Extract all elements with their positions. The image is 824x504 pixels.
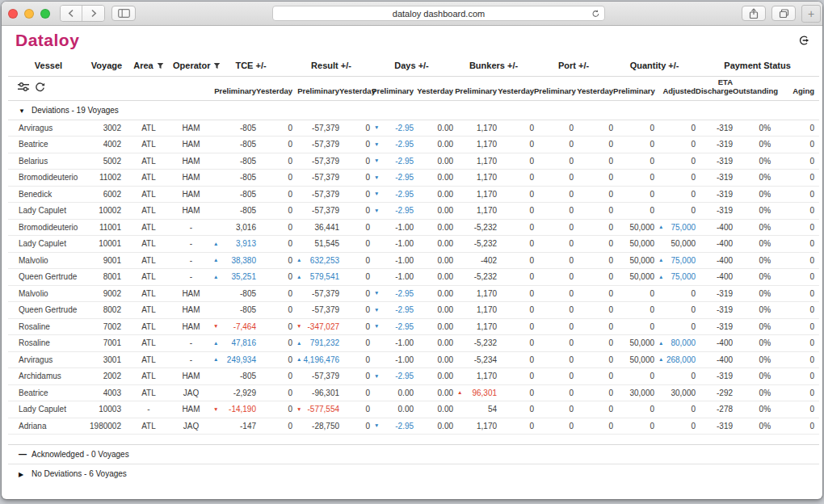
refresh-button[interactable] <box>35 82 45 94</box>
cell-eta-discharge: -319 <box>696 368 733 385</box>
column-group-days: Days +/- <box>370 55 453 76</box>
cell-days-preliminary: -1.00 <box>370 335 414 352</box>
section-header-cell[interactable]: ▼Deviations - 19 Voyages <box>8 100 819 120</box>
cell-days-yesterday: 0.00 <box>414 401 453 418</box>
arrow-down-icon: ▼ <box>374 324 379 330</box>
cell-vessel: Malvolio <box>8 285 89 302</box>
table-row[interactable]: Bromodideuterio11002ATLHAM-8050-57,3790▼… <box>8 170 819 187</box>
cell-aging: 0 <box>771 153 819 170</box>
cell-eta-discharge: -319 <box>696 136 733 153</box>
table-row[interactable]: Benedick6002ATLHAM-8050-57,3790▼-2.950.0… <box>8 186 819 203</box>
cell-quantity-preliminary: 0 <box>613 401 654 418</box>
section-header[interactable]: ▶No Deviations - 6 Voyages <box>8 464 819 484</box>
cell-port-yesterday: 0 <box>574 302 613 319</box>
column-group-payment-status: Payment Status <box>696 55 819 76</box>
table-row[interactable]: Arviragus3001ATL-▲249,9340▲4,196,4760-1.… <box>8 351 819 368</box>
cell-outstanding: 0% <box>733 170 771 187</box>
cell-value: 579,541 <box>310 272 339 281</box>
column-group-port: Port +/- <box>534 55 613 76</box>
cell-eta-discharge: -400 <box>696 219 733 236</box>
cell-aging: 0 <box>771 285 819 302</box>
table-row[interactable]: Queen Gertrude8001ATL-▲35,2510▲579,5410-… <box>8 269 819 286</box>
table-row[interactable]: Archidamus2002ATLHAM-8050-57,3790▼-2.950… <box>8 368 819 385</box>
section-header-cell[interactable]: ▶No Deviations - 6 Voyages <box>8 464 819 484</box>
sidebar-toggle-button[interactable] <box>111 6 136 21</box>
close-button[interactable] <box>8 9 18 19</box>
url-bar[interactable]: dataloy dashboard.com <box>272 6 605 21</box>
table-row[interactable]: Beatrice4003ATLJAQ-2,9290-96,30100.000.0… <box>8 384 819 401</box>
minimize-button[interactable] <box>24 9 34 19</box>
table-tools <box>8 76 209 100</box>
expand-icon[interactable]: ▶ <box>19 471 32 478</box>
cell-port-yesterday: 0 <box>574 186 613 203</box>
table-row[interactable]: Belarius5002ATLHAM-8050-57,3790▼-2.950.0… <box>8 153 819 170</box>
cell-voyage: 11001 <box>89 219 124 236</box>
cell-port-preliminary: 0 <box>534 401 574 418</box>
tabs-button[interactable] <box>771 6 796 21</box>
section-header-cell[interactable]: —Acknowledged - 0 Voyages <box>8 445 819 464</box>
sub-column-result-yesterday: Yesterday <box>339 76 370 100</box>
arrow-down-icon: ▼ <box>374 308 379 313</box>
table-row[interactable]: Bromodideuterio11001ATL-3,016036,4410-1.… <box>8 219 819 236</box>
forward-button[interactable] <box>82 6 104 21</box>
table-row[interactable]: Rosaline7001ATL-▲47,8160▲791,2320-1.000.… <box>8 335 819 352</box>
cell-voyage: 10002 <box>89 203 124 220</box>
column-settings-button[interactable] <box>18 82 29 94</box>
collapse-icon[interactable]: ▼ <box>19 107 32 115</box>
column-group-bunkers: Bunkers +/- <box>453 55 534 76</box>
share-button[interactable] <box>742 6 766 21</box>
cell-area: ATL <box>124 170 173 187</box>
table-row[interactable]: Adriana1980002ATLJAQ-1470-28,7500▼-2.950… <box>8 418 819 435</box>
cell-days-preliminary: -1.00 <box>370 351 414 368</box>
table-row[interactable]: Malvolio9002ATLHAM-8050-57,3790▼-2.950.0… <box>8 285 819 302</box>
new-tab-button[interactable]: + <box>801 5 821 23</box>
table-row[interactable]: Arviragus3002ATLHAM-8050-57,3790▼-2.950.… <box>8 120 819 136</box>
table-row[interactable]: Beatrice4002ATLHAM-8050-57,3790▼-2.950.0… <box>8 136 819 153</box>
cell-bunkers-yesterday: 0 <box>497 236 534 253</box>
table-row[interactable]: Lady Capulet10003-HAM▼-14,1900▼-577,5540… <box>8 401 819 418</box>
cell-voyage: 2002 <box>89 368 124 385</box>
table-row[interactable]: Rosaline7002ATLHAM▼-7,4640▼-347,0270▼-2.… <box>8 318 819 335</box>
cell-eta-discharge: -319 <box>696 302 733 319</box>
filter-icon[interactable] <box>157 62 164 69</box>
back-button[interactable] <box>61 6 82 21</box>
section-header[interactable]: —Acknowledged - 0 Voyages <box>8 445 819 464</box>
cell-quantity-adjusted: ▲75,000 <box>654 252 696 269</box>
zoom-button[interactable] <box>40 9 50 19</box>
cell-bunkers-preliminary: 1,170 <box>453 136 497 153</box>
cell-result-yesterday: 0 <box>339 269 370 286</box>
cell-quantity-adjusted: 0 <box>654 186 696 203</box>
cell-days-preliminary: ▼-2.95 <box>370 186 414 203</box>
table-row[interactable]: Lady Capulet10002ATLHAM-8050-57,3790▼-2.… <box>8 203 819 220</box>
chrome-right-buttons: + <box>742 5 816 23</box>
cell-bunkers-preliminary: -5,232 <box>453 219 497 236</box>
table-row[interactable]: Queen Gertrude8002ATLHAM-8050-57,3790▼-2… <box>8 302 819 319</box>
filter-icon[interactable] <box>213 62 221 69</box>
reload-icon[interactable] <box>591 9 600 20</box>
arrow-up-icon: ▲ <box>213 357 218 363</box>
section-header[interactable]: ▼Deviations - 19 Voyages <box>8 100 819 120</box>
cell-value: -2.95 <box>395 157 414 166</box>
cell-outstanding: 0% <box>733 252 771 269</box>
dash-icon[interactable]: — <box>19 450 32 459</box>
arrow-down-icon: ▼ <box>374 175 379 181</box>
cell-port-preliminary: 0 <box>534 418 574 435</box>
cell-value: 632,253 <box>310 256 339 265</box>
sliders-icon <box>18 82 29 92</box>
cell-operator: JAQ <box>173 418 209 435</box>
cell-tce-yesterday: 0 <box>256 401 292 418</box>
cell-value: -2.95 <box>395 322 414 331</box>
cell-result-yesterday: 0 <box>339 219 370 236</box>
table-row[interactable]: Lady Capulet10001ATL-▲3,913051,5450-1.00… <box>8 236 819 253</box>
cell-bunkers-preliminary: 54 <box>453 401 497 418</box>
cell-tce-yesterday: 0 <box>256 285 292 302</box>
cell-result-preliminary: -96,301 <box>292 384 339 401</box>
cell-quantity-adjusted: ▲75,000 <box>654 269 696 286</box>
logout-button[interactable] <box>798 35 809 48</box>
table-row[interactable]: Malvolio9001ATL-▲38,3800▲632,2530-1.000.… <box>8 252 819 269</box>
cell-result-preliminary: ▲791,232 <box>292 335 339 352</box>
cell-eta-discharge: -278 <box>696 401 733 418</box>
cell-operator: HAM <box>173 302 209 319</box>
cell-bunkers-preliminary: 1,170 <box>453 170 497 187</box>
cell-tce-yesterday: 0 <box>256 384 292 401</box>
